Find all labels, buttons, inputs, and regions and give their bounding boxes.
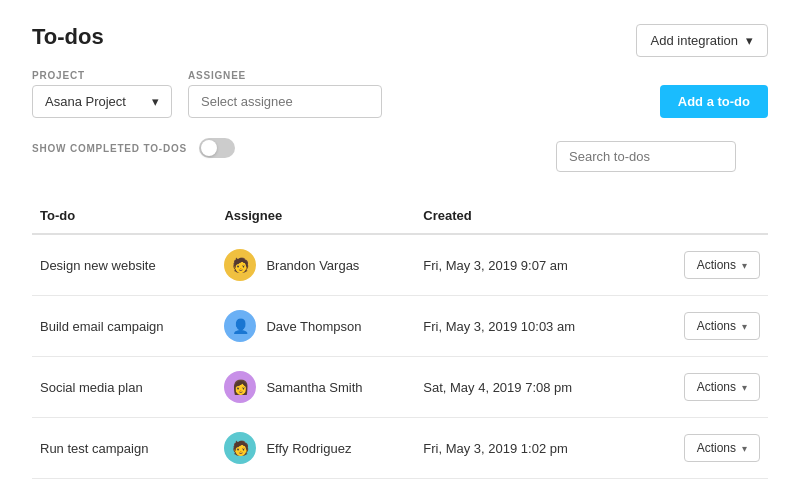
created-cell: Fri, May 3, 2019 9:07 am <box>415 234 651 296</box>
project-label: PROJECT <box>32 70 172 81</box>
actions-label: Actions <box>697 380 736 394</box>
toggle-knob <box>201 140 217 156</box>
avatar: 👤 <box>224 310 256 342</box>
show-completed-row: SHOW COMPLETED TO-DOS <box>32 138 235 158</box>
add-todo-button[interactable]: Add a to-do <box>660 85 768 118</box>
actions-button[interactable]: Actions ▾ <box>684 312 760 340</box>
col-header-assignee: Assignee <box>216 198 415 234</box>
chevron-down-icon: ▾ <box>742 382 747 393</box>
secondary-row: SHOW COMPLETED TO-DOS <box>32 138 768 174</box>
project-field-group: PROJECT Asana Project ▾ <box>32 70 172 118</box>
add-todo-label: Add a to-do <box>678 94 750 109</box>
assignee-cell-inner: 🧑 Brandon Vargas <box>224 249 407 281</box>
avatar: 🧑 <box>224 249 256 281</box>
todos-table: To-do Assignee Created Design new websit… <box>32 198 768 479</box>
actions-label: Actions <box>697 258 736 272</box>
chevron-down-icon: ▾ <box>746 33 753 48</box>
assignee-field-group: ASSIGNEE <box>188 70 382 118</box>
assignee-cell: 👤 Dave Thompson <box>216 296 415 357</box>
actions-button[interactable]: Actions ▾ <box>684 251 760 279</box>
add-integration-label: Add integration <box>651 33 738 48</box>
todo-cell: Run test campaign <box>32 418 216 479</box>
table-row: Design new website 🧑 Brandon Vargas Fri,… <box>32 234 768 296</box>
chevron-down-icon: ▾ <box>742 321 747 332</box>
chevron-down-icon: ▾ <box>742 260 747 271</box>
assignee-name: Brandon Vargas <box>266 258 359 273</box>
actions-button[interactable]: Actions ▾ <box>684 434 760 462</box>
assignee-cell: 👩 Samantha Smith <box>216 357 415 418</box>
todo-cell: Social media plan <box>32 357 216 418</box>
created-cell: Fri, May 3, 2019 1:02 pm <box>415 418 651 479</box>
assignee-cell: 🧑 Effy Rodriguez <box>216 418 415 479</box>
actions-cell: Actions ▾ <box>651 357 768 418</box>
show-completed-label: SHOW COMPLETED TO-DOS <box>32 143 187 154</box>
actions-label: Actions <box>697 441 736 455</box>
assignee-cell-inner: 👤 Dave Thompson <box>224 310 407 342</box>
assignee-name: Samantha Smith <box>266 380 362 395</box>
created-cell: Fri, May 3, 2019 10:03 am <box>415 296 651 357</box>
page: To-dos Add integration ▾ PROJECT Asana P… <box>0 0 800 504</box>
assignee-input[interactable] <box>188 85 382 118</box>
assignee-label: ASSIGNEE <box>188 70 382 81</box>
assignee-cell-inner: 🧑 Effy Rodriguez <box>224 432 407 464</box>
col-header-todo: To-do <box>32 198 216 234</box>
table-header-row: To-do Assignee Created <box>32 198 768 234</box>
controls-row: PROJECT Asana Project ▾ ASSIGNEE Add a t… <box>32 70 768 118</box>
avatar: 👩 <box>224 371 256 403</box>
avatar: 🧑 <box>224 432 256 464</box>
actions-label: Actions <box>697 319 736 333</box>
table-row: Run test campaign 🧑 Effy Rodriguez Fri, … <box>32 418 768 479</box>
created-cell: Sat, May 4, 2019 7:08 pm <box>415 357 651 418</box>
actions-cell: Actions ▾ <box>651 234 768 296</box>
actions-cell: Actions ▾ <box>651 418 768 479</box>
assignee-cell: 🧑 Brandon Vargas <box>216 234 415 296</box>
todo-cell: Build email campaign <box>32 296 216 357</box>
chevron-down-icon: ▾ <box>152 94 159 109</box>
col-header-actions <box>651 198 768 234</box>
top-right-area: Add integration ▾ <box>636 24 768 57</box>
search-area <box>556 141 736 172</box>
actions-cell: Actions ▾ <box>651 296 768 357</box>
show-completed-toggle[interactable] <box>199 138 235 158</box>
project-value: Asana Project <box>45 94 126 109</box>
add-integration-button[interactable]: Add integration ▾ <box>636 24 768 57</box>
search-input[interactable] <box>556 141 736 172</box>
project-dropdown[interactable]: Asana Project ▾ <box>32 85 172 118</box>
assignee-cell-inner: 👩 Samantha Smith <box>224 371 407 403</box>
assignee-name: Effy Rodriguez <box>266 441 351 456</box>
chevron-down-icon: ▾ <box>742 443 747 454</box>
table-row: Social media plan 👩 Samantha Smith Sat, … <box>32 357 768 418</box>
table-row: Build email campaign 👤 Dave Thompson Fri… <box>32 296 768 357</box>
actions-button[interactable]: Actions ▾ <box>684 373 760 401</box>
todo-cell: Design new website <box>32 234 216 296</box>
col-header-created: Created <box>415 198 651 234</box>
assignee-name: Dave Thompson <box>266 319 361 334</box>
